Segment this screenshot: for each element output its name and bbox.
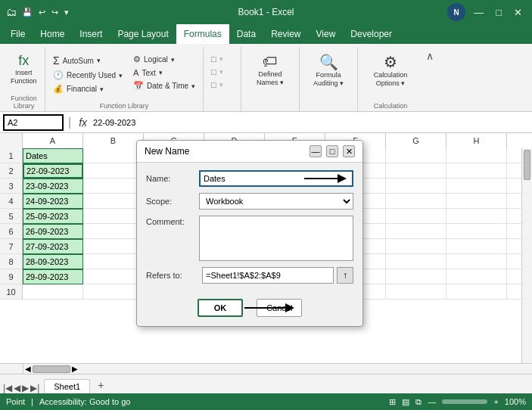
list-item[interactable] <box>446 254 507 269</box>
sheet-tab-sheet1[interactable]: Sheet1 <box>44 379 90 393</box>
dropdown-icon[interactable]: ▾ <box>62 6 71 19</box>
autosum-button[interactable]: Σ AutoSum ▾ <box>48 53 127 68</box>
list-item[interactable]: 27-09-2023 <box>23 239 83 254</box>
dialog-minimize-button[interactable]: — <box>310 145 322 157</box>
insert-function-button[interactable]: fx InsertFunction <box>6 50 42 89</box>
list-item[interactable] <box>83 179 144 194</box>
minimize-button[interactable]: — <box>470 5 487 20</box>
formula-input[interactable] <box>93 114 529 131</box>
list-item[interactable] <box>507 269 521 284</box>
autosum-dropdown-icon[interactable]: ▾ <box>97 57 101 64</box>
list-item[interactable] <box>446 179 507 194</box>
formula-auditing-button[interactable]: 🔍 FormulaAuditing ▾ <box>306 50 351 91</box>
list-item[interactable] <box>446 163 507 179</box>
list-item[interactable] <box>507 148 521 163</box>
list-item[interactable] <box>386 194 446 209</box>
add-sheet-button[interactable]: + <box>92 377 110 393</box>
list-item[interactable] <box>83 194 144 209</box>
financial-button[interactable]: 💰 Financial ▾ <box>48 82 127 95</box>
dialog-maximize-button[interactable]: □ <box>326 145 338 157</box>
list-item[interactable] <box>507 194 521 209</box>
h-scroll-thumb[interactable] <box>33 365 70 373</box>
list-item[interactable] <box>446 209 507 224</box>
close-button[interactable]: ✕ <box>510 5 526 20</box>
more3-button[interactable]: □ ▾ <box>207 79 228 91</box>
undo-icon[interactable]: ↩ <box>36 6 48 19</box>
ribbon-collapse-button[interactable]: ∧ <box>426 50 434 62</box>
more1-button[interactable]: □ ▾ <box>207 53 228 65</box>
menu-item-page-layout[interactable]: Page Layout <box>110 24 176 44</box>
list-item[interactable]: Dates <box>23 148 83 163</box>
list-item[interactable] <box>83 239 144 254</box>
list-item[interactable] <box>386 224 446 239</box>
list-item[interactable] <box>386 269 446 284</box>
list-item[interactable] <box>507 209 521 224</box>
name-box[interactable] <box>3 114 64 131</box>
list-item[interactable] <box>507 254 521 269</box>
menu-item-developer[interactable]: Developer <box>343 24 400 44</box>
recently-used-dropdown-icon[interactable]: ▾ <box>119 72 123 79</box>
redo-icon[interactable]: ↪ <box>49 6 61 19</box>
menu-item-file[interactable]: File <box>3 24 33 44</box>
list-item[interactable] <box>507 163 521 179</box>
maximize-button[interactable]: □ <box>492 5 506 20</box>
list-item[interactable] <box>446 269 507 284</box>
horizontal-scrollbar[interactable]: ◀ ▶ <box>23 363 521 374</box>
new-name-dialog[interactable]: New Name — □ ✕ Name: <box>136 140 363 327</box>
list-item[interactable] <box>386 179 446 194</box>
menu-item-home[interactable]: Home <box>33 24 72 44</box>
list-item[interactable]: 24-09-2023 <box>23 194 83 209</box>
list-item[interactable] <box>83 209 144 224</box>
zoom-plus-icon[interactable]: + <box>493 397 498 406</box>
zoom-minus-icon[interactable]: — <box>428 397 436 406</box>
list-item[interactable]: 28-09-2023 <box>23 254 83 269</box>
list-item[interactable] <box>83 269 144 284</box>
more2-button[interactable]: □ ▾ <box>207 66 228 78</box>
list-item[interactable]: 23-09-2023 <box>23 179 83 194</box>
list-item[interactable] <box>446 194 507 209</box>
menu-item-view[interactable]: View <box>309 24 344 44</box>
zoom-bar[interactable] <box>442 399 487 404</box>
list-item[interactable]: 26-09-2023 <box>23 224 83 239</box>
list-item[interactable] <box>83 163 144 179</box>
refers-to-collapse-button[interactable]: ↑ <box>337 267 353 284</box>
menu-item-formulas[interactable]: Formulas <box>176 24 229 44</box>
list-item[interactable]: 22-09-2023 <box>23 163 83 179</box>
list-item[interactable] <box>83 148 144 163</box>
scroll-left-icon[interactable]: ◀ <box>25 365 31 373</box>
recently-used-button[interactable]: 🕐 Recently Used ▾ <box>48 69 127 82</box>
menu-item-data[interactable]: Data <box>229 24 263 44</box>
dialog-close-button[interactable]: ✕ <box>343 145 355 157</box>
logical-dropdown-icon[interactable]: ▾ <box>171 56 175 64</box>
list-item[interactable] <box>446 239 507 254</box>
list-item[interactable] <box>446 148 507 163</box>
list-item[interactable] <box>386 209 446 224</box>
list-item[interactable] <box>446 284 507 300</box>
financial-dropdown-icon[interactable]: ▾ <box>100 85 104 93</box>
defined-names-button[interactable]: 🏷 DefinedNames ▾ <box>247 50 293 90</box>
list-item[interactable] <box>386 148 446 163</box>
list-item[interactable] <box>507 284 521 300</box>
menu-item-insert[interactable]: Insert <box>72 24 110 44</box>
datetime-button[interactable]: 📅 Date & Time ▾ <box>129 79 200 92</box>
text-dropdown-icon[interactable]: ▾ <box>159 69 163 76</box>
list-item[interactable] <box>386 254 446 269</box>
tab-nav-next[interactable]: ▶ <box>22 383 29 393</box>
tab-nav-last[interactable]: ▶| <box>30 383 39 393</box>
datetime-dropdown-icon[interactable]: ▾ <box>191 82 195 90</box>
calculation-options-button[interactable]: ⚙ CalculationOptions ▾ <box>364 50 417 91</box>
logical-button[interactable]: ⚙ Logical ▾ <box>129 53 200 66</box>
list-item[interactable] <box>507 179 521 194</box>
refers-to-input[interactable] <box>202 267 334 284</box>
scope-select[interactable]: Workbook Sheet1 <box>199 193 353 210</box>
list-item[interactable]: 29-09-2023 <box>23 269 83 284</box>
list-item[interactable]: 25-09-2023 <box>23 209 83 224</box>
list-item[interactable] <box>446 224 507 239</box>
list-item[interactable] <box>507 239 521 254</box>
menu-item-review[interactable]: Review <box>263 24 308 44</box>
text-button[interactable]: A Text ▾ <box>129 67 200 79</box>
list-item[interactable] <box>83 224 144 239</box>
list-item[interactable] <box>23 284 83 300</box>
save-icon[interactable]: 💾 <box>20 6 35 19</box>
list-item[interactable] <box>386 163 446 179</box>
